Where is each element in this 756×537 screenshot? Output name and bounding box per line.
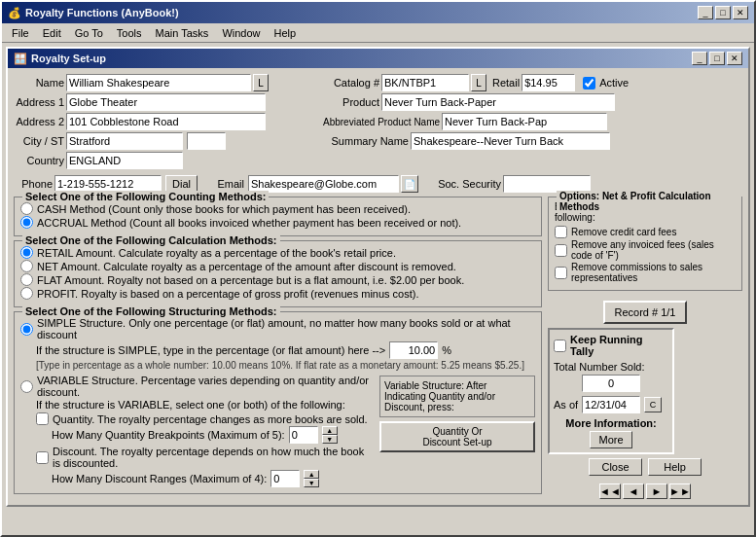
outer-title-text: 💰 Royalty Functions (AnyBook!) <box>8 7 179 19</box>
struct-simple-radio[interactable] <box>20 323 33 336</box>
more-button[interactable]: More <box>590 431 631 448</box>
name-address-section: Name L Address 1 Address 2 <box>14 74 315 171</box>
name-label: Name <box>14 77 64 89</box>
outer-maximize-button[interactable]: □ <box>715 6 731 19</box>
name-field[interactable] <box>66 74 251 91</box>
structuring-methods-title: Select One of the Following Structuring … <box>22 305 280 317</box>
simple-percent-field[interactable] <box>389 341 438 359</box>
catalog-label: Catalog # <box>323 77 379 89</box>
address1-field[interactable] <box>66 93 266 111</box>
address1-label: Address 1 <box>14 96 64 108</box>
discount-check-label: Discount. The royalty percentage depends… <box>53 446 374 469</box>
close-help-area: Close Help <box>548 458 742 476</box>
abbrev-row: Abbreviated Product Name <box>323 113 742 130</box>
variable-sub-options: If the structure is VARIABLE, select one… <box>36 399 374 487</box>
calc-net-radio[interactable] <box>20 260 33 272</box>
struct-variable-label: VARIABLE Structure. Percentage varies de… <box>37 375 374 398</box>
outer-minimize-button[interactable]: _ <box>698 6 713 19</box>
nav-prev-button[interactable]: ◄ <box>623 483 644 499</box>
menu-goto[interactable]: Go To <box>69 25 109 41</box>
summary-field[interactable] <box>411 132 610 150</box>
calc-profit-radio[interactable] <box>20 287 33 300</box>
name-row: Name L <box>14 74 315 91</box>
discount-ranges-field[interactable] <box>270 470 300 487</box>
name-l-button[interactable]: L <box>253 74 269 91</box>
city-field[interactable] <box>66 132 183 150</box>
net-fees-label: Remove any invoiced fees (sales code of … <box>571 239 736 261</box>
qty-up-button[interactable]: ▲ <box>322 426 338 435</box>
qty-breakpoints-field[interactable] <box>289 426 318 444</box>
nav-next-button[interactable]: ► <box>646 483 667 499</box>
counting-accrual-radio[interactable] <box>20 216 33 229</box>
inner-maximize-button[interactable]: □ <box>709 52 725 65</box>
struct-variable-radio[interactable] <box>20 380 33 393</box>
catalog-l-button[interactable]: L <box>471 74 486 91</box>
email-label: Email <box>207 178 244 190</box>
net-commissions-checkbox[interactable] <box>555 267 567 279</box>
lower-section: Select One of the Following Counting Met… <box>14 197 742 499</box>
summary-label: Summary Name <box>323 135 409 147</box>
menu-edit[interactable]: Edit <box>37 25 67 41</box>
variable-structure-area: Variable Structure: After Indicating Qua… <box>379 374 535 452</box>
calc-net-row: NET Amount. Calculate royalty as a perce… <box>20 260 535 272</box>
counting-accrual-label: ACCRUAL Method (Count all books invoiced… <box>37 217 461 229</box>
menu-bar: File Edit Go To Tools Main Tasks Window … <box>2 23 754 43</box>
net-credit-checkbox[interactable] <box>555 226 567 238</box>
help-button[interactable]: Help <box>648 458 702 476</box>
record-button[interactable]: Record # 1/1 <box>603 301 688 324</box>
catalog-field[interactable] <box>381 74 469 91</box>
country-label: Country <box>14 155 64 166</box>
qty-checkbox[interactable] <box>36 412 49 425</box>
active-checkbox[interactable] <box>583 77 595 90</box>
menu-file[interactable]: File <box>6 25 35 41</box>
qty-down-button[interactable]: ▼ <box>322 435 338 444</box>
retail-label: Retail <box>492 77 520 89</box>
close-button[interactable]: Close <box>589 458 642 476</box>
net-fees-checkbox[interactable] <box>555 244 567 257</box>
menu-main-tasks[interactable]: Main Tasks <box>150 25 215 41</box>
calc-flat-radio[interactable] <box>20 273 33 286</box>
record-section: Record # 1/1 <box>548 301 742 324</box>
country-field[interactable] <box>66 152 183 169</box>
nav-last-button[interactable]: ►► <box>669 483 691 499</box>
tally-more-label: More Information: <box>554 417 668 429</box>
variable-structure-box: Variable Structure: After Indicating Qua… <box>379 376 535 417</box>
nav-first-button[interactable]: ◄◄ <box>599 483 621 499</box>
discount-checkbox[interactable] <box>36 451 49 464</box>
catalog-section: Catalog # L Retail Active Product <box>323 74 742 171</box>
calc-net-label: NET Amount. Calculate royalty as a perce… <box>37 261 456 272</box>
qty-check-row: Quantity. The royalty percentage changes… <box>36 412 374 425</box>
email-doc-button[interactable]: 📄 <box>401 175 418 193</box>
retail-field[interactable] <box>522 74 575 91</box>
structuring-methods-group: Select One of the Following Structuring … <box>14 311 542 494</box>
discount-down-button[interactable]: ▼ <box>304 479 319 487</box>
struct-simple-row: SIMPLE Structure. Only one percentage (o… <box>20 317 535 340</box>
tally-asof-field[interactable] <box>582 396 640 413</box>
menu-window[interactable]: Window <box>216 25 266 41</box>
address2-field[interactable] <box>66 113 266 130</box>
email-field[interactable] <box>248 175 399 193</box>
tally-total-field[interactable] <box>582 375 640 392</box>
tally-cal-button[interactable]: C <box>644 397 662 412</box>
menu-help[interactable]: Help <box>269 25 303 41</box>
counting-cash-radio[interactable] <box>20 202 33 215</box>
inner-minimize-button[interactable]: _ <box>692 52 707 65</box>
calc-retail-radio[interactable] <box>20 246 33 259</box>
abbrev-field[interactable] <box>442 113 607 130</box>
qty-breakpoints-label: How Many Quantity Breakpoints (Maximum o… <box>52 429 285 441</box>
menu-tools[interactable]: Tools <box>111 25 148 41</box>
discount-up-button[interactable]: ▲ <box>304 470 319 479</box>
net-credit-label: Remove credit card fees <box>571 227 676 237</box>
tally-checkbox[interactable] <box>554 340 566 352</box>
qty-discount-button[interactable]: Quantity OrDiscount Set-up <box>379 421 535 452</box>
calculation-methods-group: Select One of the Following Calculation … <box>14 240 542 307</box>
counting-accrual-row: ACCRUAL Method (Count all books invoiced… <box>20 216 535 229</box>
product-field[interactable] <box>381 93 615 111</box>
outer-close-button[interactable]: ✕ <box>733 6 748 19</box>
inner-close-button[interactable]: ✕ <box>727 52 742 65</box>
tally-asof-row: As of C <box>554 396 668 413</box>
soc-sec-label: Soc. Security <box>428 178 501 190</box>
st-field[interactable] <box>187 132 226 150</box>
counting-cash-row: CASH Method (Count only those books for … <box>20 202 535 215</box>
tally-total-label: Total Number Sold: <box>554 361 668 373</box>
